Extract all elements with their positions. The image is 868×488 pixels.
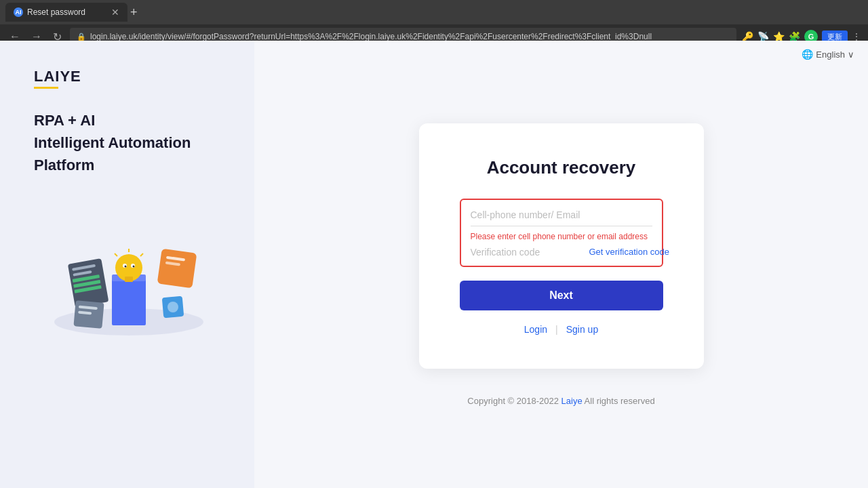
language-selector[interactable]: 🌐 English ∨: [802, 49, 854, 60]
card-title: Account recovery: [460, 157, 663, 178]
phone-email-input[interactable]: [471, 208, 652, 222]
get-verification-code-link[interactable]: Get verification code: [589, 247, 670, 257]
active-tab[interactable]: AI Reset password ✕: [5, 3, 127, 22]
phone-email-input-group: Please enter cell phone number or email …: [460, 199, 663, 267]
svg-rect-4: [125, 277, 133, 282]
illustration: [34, 197, 224, 346]
chevron-down-icon: ∨: [848, 49, 854, 60]
browser-chrome: AI Reset password ✕ + ← → ↻ 🔒 login.laiy…: [0, 0, 868, 41]
tagline: RPA + AI Intelligent Automation Platform: [34, 109, 220, 176]
footer-suffix: All rights reserved: [585, 396, 655, 406]
lock-icon: 🔒: [77, 33, 86, 41]
svg-rect-1: [112, 278, 146, 325]
svg-rect-18: [157, 249, 197, 289]
new-tab-button[interactable]: +: [130, 5, 138, 20]
logo: LAIYE: [34, 68, 220, 89]
right-panel: Account recovery Please enter cell phone…: [254, 41, 868, 488]
input-underline: [471, 226, 652, 226]
svg-point-8: [133, 266, 135, 268]
svg-point-22: [167, 302, 178, 312]
footer-copyright: Copyright © 2018-2022: [467, 396, 559, 406]
account-recovery-card: Account recovery Please enter cell phone…: [419, 123, 704, 369]
footer: Copyright © 2018-2022 Laiye All rights r…: [467, 396, 654, 406]
svg-point-7: [125, 266, 127, 268]
error-message: Please enter cell phone number or email …: [471, 232, 652, 241]
tab-title: Reset password: [27, 7, 85, 17]
divider: |: [555, 324, 558, 335]
tab-bar: AI Reset password ✕ +: [0, 0, 868, 24]
links-row: Login | Sgin up: [460, 324, 663, 335]
svg-line-11: [115, 253, 117, 256]
next-button[interactable]: Next: [460, 281, 663, 310]
logo-underline: [34, 87, 58, 89]
tab-close-button[interactable]: ✕: [111, 7, 119, 18]
tab-favicon: AI: [14, 7, 23, 17]
signup-link[interactable]: Sgin up: [566, 324, 598, 335]
verification-row: Get verification code: [471, 247, 652, 258]
svg-line-10: [140, 253, 143, 256]
language-label: English: [816, 49, 845, 60]
logo-text: LAIYE: [34, 68, 81, 85]
verification-code-input[interactable]: [471, 247, 589, 258]
url-text: login.laiye.uk/identity/view/#/forgotPas…: [90, 32, 730, 41]
login-link[interactable]: Login: [524, 324, 547, 335]
footer-brand-link[interactable]: Laiye: [561, 396, 583, 406]
globe-icon: 🌐: [802, 49, 813, 60]
left-panel: LAIYE RPA + AI Intelligent Automation Pl…: [0, 41, 254, 488]
main-page: 🌐 English ∨ LAIYE RPA + AI Intelligent A…: [0, 41, 868, 488]
